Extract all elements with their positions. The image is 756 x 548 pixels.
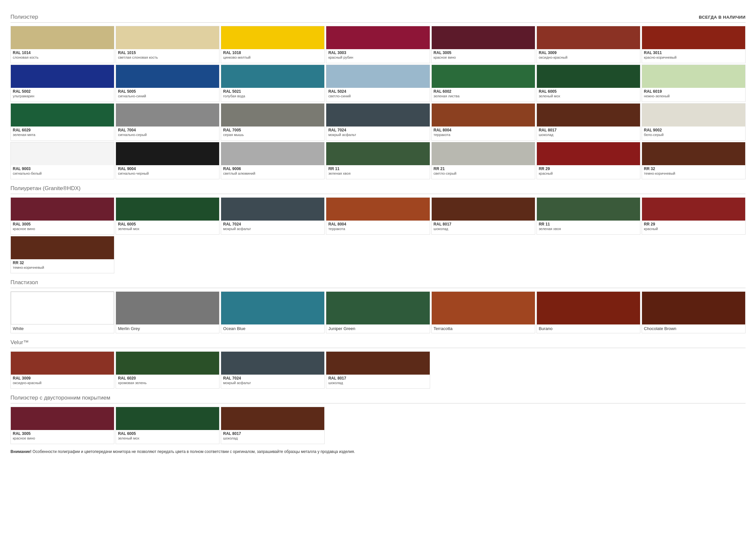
color-code: RAL 5021	[223, 89, 322, 94]
polyester-header: Полиэстер ВСЕГДА В НАЛИЧИИ	[10, 14, 746, 20]
color-swatch	[642, 198, 745, 220]
color-card: RR 21светло-серый	[431, 142, 535, 179]
color-swatch	[116, 104, 219, 126]
color-card: RAL 9004сигнально-черный	[116, 142, 219, 179]
color-code: RAL 3009	[13, 376, 112, 381]
color-code: RAL 9002	[644, 128, 743, 132]
color-swatch	[326, 198, 429, 220]
color-card: RR 32темно-коричневый	[642, 142, 746, 179]
plastizol-card: Juniper Green	[326, 292, 430, 333]
color-info: RAL 7024мокрый асфальт	[221, 375, 324, 388]
color-swatch	[221, 65, 324, 88]
polyurethane-title: Полиуретан (Granite®HDX)	[10, 185, 81, 192]
plastizol-color-name: Ocean Blue	[223, 326, 322, 331]
note-bold: Внимание!	[10, 449, 31, 454]
plastizol-card: Burano	[537, 292, 640, 333]
color-card: RAL 6019нежно-зеленый	[642, 65, 746, 102]
color-name: слоновая кость	[13, 55, 112, 59]
color-info: RAL 3005красное вино	[11, 220, 114, 234]
velur-divider	[10, 348, 746, 348]
polyurethane-grid: RAL 3005красное виноRAL 6005зеленый мохR…	[10, 197, 746, 273]
color-card: RAL 9003сигнально-белый	[10, 142, 114, 179]
color-swatch	[11, 236, 114, 259]
note: Внимание! Особенности полиграфии и цвето…	[10, 449, 746, 455]
color-card: RAL 7024мокрый асфальт	[221, 351, 325, 389]
plastizol-swatch	[432, 292, 535, 325]
color-info: RAL 6005зеленый мох	[537, 88, 640, 102]
color-info: RR 29красный	[642, 220, 745, 234]
plastizol-color-name: Burano	[539, 326, 638, 331]
color-name: мокрый асфальт	[223, 227, 322, 231]
plastizol-color-name: Merlin Grey	[118, 326, 217, 331]
color-code: RAL 3005	[13, 222, 112, 226]
color-code: RAL 8017	[539, 128, 638, 132]
color-card: RAL 8004терракота	[326, 197, 430, 235]
color-code: RAL 3005	[13, 431, 112, 436]
color-card: RAL 8017шоколад	[431, 197, 535, 235]
color-code: RAL 6005	[118, 222, 217, 226]
color-code: RAL 9004	[118, 166, 217, 171]
color-name: темно-коричневый	[644, 171, 743, 175]
color-code: RR 29	[644, 222, 743, 226]
plastizol-info: White	[11, 325, 114, 333]
color-name: зеленый мох	[539, 94, 638, 98]
color-card: RAL 3009оксидно-красный	[537, 26, 640, 63]
color-code: RAL 1014	[13, 50, 112, 55]
color-info: RAL 3009оксидно-красный	[537, 49, 640, 63]
color-name: хромовая зелень	[118, 381, 217, 385]
color-name: сигнально-серый	[118, 133, 217, 137]
color-swatch	[116, 142, 219, 165]
color-info: RAL 9003сигнально-белый	[11, 165, 114, 179]
color-name: серая мышь	[223, 133, 322, 137]
polyester-title: Полиэстер	[10, 14, 38, 20]
plastizol-card: Terracotta	[431, 292, 535, 333]
color-swatch	[537, 26, 640, 49]
plastizol-swatch	[326, 292, 429, 325]
color-swatch	[221, 142, 324, 165]
color-info: RAL 7005серая мышь	[221, 126, 324, 140]
color-name: красный	[644, 227, 743, 231]
color-swatch	[11, 142, 114, 165]
color-name: зеленый мох	[118, 227, 217, 231]
plastizol-color-name: Juniper Green	[328, 326, 427, 331]
color-name: зеленая листва	[434, 94, 533, 98]
color-card: RAL 3005красное вино	[10, 197, 114, 235]
color-card: RR 29красный	[537, 142, 640, 179]
color-name: оксидно-красный	[539, 55, 638, 59]
color-name: мокрый асфальт	[223, 381, 322, 385]
color-name: мокрый асфальт	[328, 133, 427, 137]
plastizol-card: Chocolate Brown	[642, 292, 746, 333]
color-info: RR 29красный	[537, 165, 640, 179]
color-swatch	[221, 26, 324, 49]
color-swatch	[11, 26, 114, 49]
color-code: RAL 6020	[118, 376, 217, 381]
color-code: RR 32	[644, 166, 743, 171]
plastizol-swatch	[642, 292, 745, 325]
color-code: RAL 6019	[644, 89, 743, 94]
color-code: RAL 7024	[223, 222, 322, 226]
color-card: RAL 3005красное вино	[10, 407, 114, 444]
color-info: RAL 6020хромовая зелень	[116, 375, 219, 388]
plastizol-info: Burano	[537, 325, 640, 333]
color-info: RR 32темно-коричневый	[642, 165, 745, 179]
color-info: RAL 3005красное вино	[432, 49, 535, 63]
color-code: RAL 8017	[223, 431, 322, 436]
color-info: RAL 7024мокрый асфальт	[326, 126, 429, 140]
color-card: RR 29красный	[642, 197, 746, 235]
plastizol-header: Пластизол	[10, 279, 746, 286]
color-swatch	[537, 198, 640, 220]
color-name: светлая слоновая кость	[118, 55, 217, 59]
color-card: RAL 1018цинково-желтый	[221, 26, 325, 63]
color-swatch	[221, 407, 324, 430]
color-code: RAL 7005	[223, 128, 322, 132]
polyurethane-divider	[10, 194, 746, 194]
color-card: RAL 6020хромовая зелень	[116, 351, 219, 389]
color-info: RAL 6005зеленый мох	[116, 430, 219, 444]
color-name: зеленая хвоя	[539, 227, 638, 231]
color-code: RR 29	[539, 166, 638, 171]
color-name: цинково-желтый	[223, 55, 322, 59]
color-code: RAL 3003	[328, 50, 427, 55]
color-card: RAL 6005зеленый мох	[116, 407, 219, 444]
color-swatch	[642, 26, 745, 49]
color-swatch	[11, 65, 114, 88]
